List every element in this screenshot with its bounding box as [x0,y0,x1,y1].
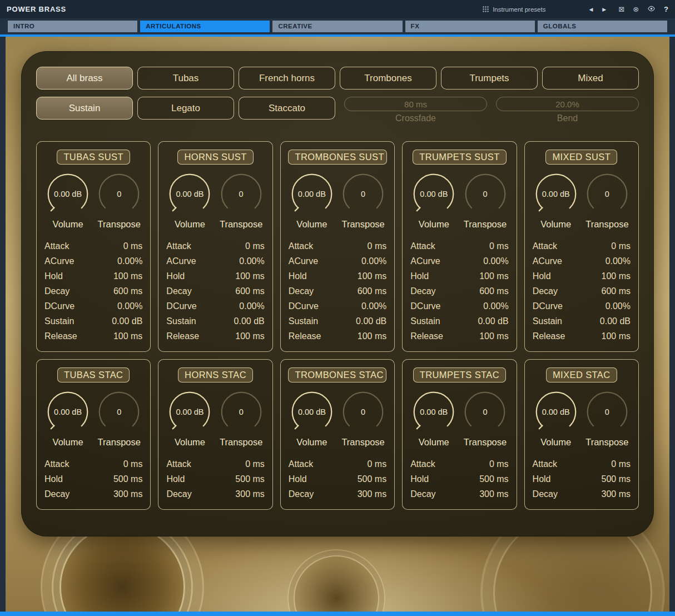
background-artwork: All brassTubasFrench hornsTrombonesTrump… [6,37,669,612]
help-icon[interactable]: ? [664,6,668,13]
param-value[interactable]: 100 ms [479,331,508,341]
param-value[interactable]: 600 ms [479,286,508,296]
param-row-decay: Decay 300 ms [44,486,142,501]
param-value[interactable]: 100 ms [358,331,386,341]
param-value[interactable]: 0.00% [483,256,508,266]
param-value[interactable]: 0.00 dB [356,316,386,326]
param-value[interactable]: 300 ms [358,489,386,499]
param-value[interactable]: 0 ms [368,459,387,469]
eye-icon[interactable] [647,4,656,14]
param-value[interactable]: 0.00% [483,301,508,311]
close-circle-icon[interactable]: ⊗ [633,6,639,13]
param-value[interactable]: 100 ms [602,331,631,341]
param-value[interactable]: 0 ms [245,241,265,251]
transpose-knob[interactable]: 0 [220,390,263,434]
tab-intro[interactable]: INTRO [8,21,137,32]
param-value[interactable]: 0.00% [361,256,386,266]
group-button-trumpets[interactable]: Trumpets [441,67,538,90]
volume-knob[interactable]: 0.00 dB [290,390,334,434]
param-value[interactable]: 0 ms [611,459,631,469]
transpose-knob[interactable]: 0 [585,390,629,434]
group-button-mixed[interactable]: Mixed [542,67,639,90]
volume-knob[interactable]: 0.00 dB [168,390,211,434]
param-value[interactable]: 300 ms [602,489,631,499]
param-value[interactable]: 500 ms [602,474,631,484]
next-preset-arrow-icon[interactable]: ▶ [602,7,606,12]
param-value[interactable]: 600 ms [358,286,386,296]
tab-creative[interactable]: CREATIVE [272,21,402,32]
param-value[interactable]: 0.00 dB [600,316,631,326]
param-value[interactable]: 0.00% [239,256,264,266]
volume-knob[interactable]: 0.00 dB [168,172,211,216]
param-value[interactable]: 100 ms [235,271,264,281]
group-button-all-brass[interactable]: All brass [36,67,133,90]
bend-slider[interactable]: 20.0% [496,97,639,111]
volume-knob[interactable]: 0.00 dB [290,172,334,216]
transpose-knob[interactable]: 0 [341,172,385,216]
bottom-accent-bar [0,612,675,616]
transpose-knob[interactable]: 0 [585,172,629,216]
param-value[interactable]: 0 ms [123,459,143,469]
instrument-presets-button[interactable]: Instrument presets [483,6,545,13]
param-value[interactable]: 0 ms [245,459,265,469]
crossfade-slider[interactable]: 80 ms [344,97,487,111]
param-value[interactable]: 300 ms [235,489,264,499]
param-value[interactable]: 0.00 dB [478,316,508,326]
group-button-trombones[interactable]: Trombones [340,67,436,90]
param-value[interactable]: 0 ms [489,241,509,251]
transpose-knob[interactable]: 0 [220,172,263,216]
param-value[interactable]: 500 ms [235,474,264,484]
param-value[interactable]: 0.00% [117,256,142,266]
snapshot-icon[interactable]: ⊠ [618,6,624,13]
prev-preset-arrow-icon[interactable]: ◀ [589,7,593,12]
param-value[interactable]: 0 ms [368,241,387,251]
param-value[interactable]: 600 ms [113,286,142,296]
param-value[interactable]: 600 ms [602,286,631,296]
param-value[interactable]: 100 ms [113,271,142,281]
articulation-button-legato[interactable]: Legato [137,97,234,120]
param-value[interactable]: 500 ms [479,474,508,484]
param-value[interactable]: 0.00% [361,301,386,311]
param-value[interactable]: 0.00 dB [112,316,142,326]
param-value[interactable]: 500 ms [358,474,386,484]
param-value[interactable]: 100 ms [235,331,264,341]
param-value[interactable]: 0 ms [123,241,143,251]
eye-icon-shape [647,4,656,13]
param-value[interactable]: 300 ms [479,489,508,499]
volume-label: Volume [164,437,215,448]
param-value[interactable]: 100 ms [113,331,142,341]
param-value[interactable]: 300 ms [113,489,142,499]
param-value[interactable]: 100 ms [358,271,386,281]
knob-row: 0.00 dB 0 [42,390,145,434]
param-value[interactable]: 0.00% [605,301,631,311]
param-value[interactable]: 0 ms [489,459,509,469]
transpose-knob[interactable]: 0 [464,172,507,216]
group-button-tubas[interactable]: Tubas [137,67,234,90]
volume-knob[interactable]: 0.00 dB [46,172,90,216]
param-value[interactable]: 0.00% [605,256,631,266]
param-value[interactable]: 600 ms [235,286,264,296]
volume-knob[interactable]: 0.00 dB [412,172,455,216]
volume-knob[interactable]: 0.00 dB [534,390,578,434]
articulation-button-staccato[interactable]: Staccato [239,97,335,120]
volume-knob[interactable]: 0.00 dB [46,390,90,434]
group-button-french-horns[interactable]: French horns [239,67,335,90]
param-value[interactable]: 0.00 dB [234,316,265,326]
param-value[interactable]: 0 ms [611,241,631,251]
volume-knob[interactable]: 0.00 dB [412,390,455,434]
tab-fx[interactable]: FX [405,21,535,32]
tab-globals[interactable]: GLOBALS [538,21,667,32]
transpose-knob[interactable]: 0 [463,390,507,434]
param-value[interactable]: 500 ms [113,474,142,484]
param-value[interactable]: 0.00% [239,301,264,311]
volume-knob[interactable]: 0.00 dB [534,172,578,216]
param-value[interactable]: 100 ms [602,271,631,281]
transpose-knob[interactable]: 0 [97,172,141,216]
param-name: Hold [166,474,185,484]
tab-articulations[interactable]: ARTICULATIONS [140,21,270,32]
articulation-button-sustain[interactable]: Sustain [36,97,133,120]
param-value[interactable]: 0.00% [117,301,142,311]
transpose-knob[interactable]: 0 [341,390,385,434]
transpose-knob[interactable]: 0 [97,390,141,434]
param-value[interactable]: 100 ms [479,271,508,281]
